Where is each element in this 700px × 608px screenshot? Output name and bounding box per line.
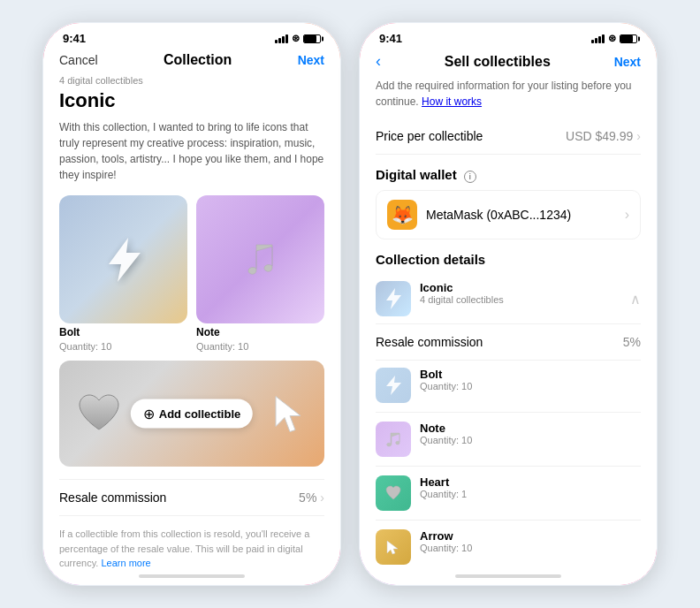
collectible-bolt: Bolt Quantity: 10 xyxy=(59,195,187,352)
nav-bar-left: Cancel Collection Next xyxy=(43,49,340,75)
arrow-thumb xyxy=(376,529,411,565)
back-button[interactable]: ‹ xyxy=(376,52,381,71)
metamask-icon: 🦊 xyxy=(387,200,417,230)
collection-detail-info: Iconic 4 digital collectibles xyxy=(420,281,621,305)
collection-thumb xyxy=(376,281,411,316)
price-chevron: › xyxy=(636,129,641,143)
content-right: Add the required information for your li… xyxy=(360,78,657,569)
chevron-right-icon: › xyxy=(320,490,324,505)
status-icons-right: ⊛ xyxy=(591,33,637,44)
add-collectible-label: Add collectible xyxy=(159,407,240,421)
home-indicator-left xyxy=(139,574,245,578)
add-collectible-area[interactable]: ⊕ Add collectible xyxy=(59,361,324,467)
next-button-right[interactable]: Next xyxy=(614,55,641,69)
bolt-thumb xyxy=(376,368,411,403)
note-image xyxy=(196,195,324,323)
wallet-row[interactable]: 🦊 MetaMask (0xABC...1234) › xyxy=(376,190,641,239)
resale-label-right: Resale commission xyxy=(376,335,483,349)
how-it-works-link[interactable]: How it works xyxy=(422,95,482,108)
left-phone: 9:41 ⊛ Cancel Collection xyxy=(42,21,342,587)
wallet-heading: Digital wallet i xyxy=(376,167,641,183)
note-item-name: Note xyxy=(420,422,641,435)
arrow-item-name: Arrow xyxy=(420,529,641,543)
cancel-button[interactable]: Cancel xyxy=(59,53,98,67)
collection-detail-name: Iconic xyxy=(420,281,621,294)
status-icons-left: ⊛ xyxy=(275,33,321,44)
collection-heading: Collection details xyxy=(376,252,641,267)
resale-label-left: Resale commission xyxy=(59,490,166,505)
note-thumb xyxy=(376,422,411,457)
bolt-qty: Quantity: 10 xyxy=(59,341,187,352)
nav-bar-right: ‹ Sell collectibles Next xyxy=(360,49,657,78)
sell-intro: Add the required information for your li… xyxy=(376,78,641,110)
next-button-left[interactable]: Next xyxy=(298,53,324,67)
right-phone: 9:41 ⊛ ‹ Sell collectible xyxy=(358,21,658,587)
wallet-info: 🦊 MetaMask (0xABC...1234) xyxy=(387,200,571,230)
plus-icon: ⊕ xyxy=(143,406,155,422)
note-item-qty: Quantity: 10 xyxy=(420,435,641,445)
signal-icon-right xyxy=(591,34,605,43)
price-value: USD $49.99 › xyxy=(566,129,641,143)
collection-chevron: ∧ xyxy=(630,291,641,308)
add-collectible-bg[interactable]: ⊕ Add collectible xyxy=(59,361,324,467)
heart-thumb xyxy=(376,475,411,511)
collection-subtitle: 4 digital collectibles xyxy=(59,75,324,86)
collection-detail-qty: 4 digital collectibles xyxy=(420,294,621,305)
nav-title-left: Collection xyxy=(164,52,232,68)
info-icon[interactable]: i xyxy=(464,171,476,183)
wifi-icon: ⊛ xyxy=(292,33,300,44)
collection-header[interactable]: Iconic 4 digital collectibles ∧ xyxy=(376,274,641,324)
bolt-image xyxy=(59,195,187,323)
bolt-item-qty: Quantity: 10 xyxy=(420,381,641,391)
arrow-item-qty: Quantity: 10 xyxy=(420,543,641,553)
wallet-name: MetaMask (0xABC...1234) xyxy=(426,208,571,222)
time-right: 9:41 xyxy=(379,32,402,45)
item-arrow: Arrow Quantity: 10 xyxy=(376,522,641,569)
price-row[interactable]: Price per collectible USD $49.99 › xyxy=(376,118,641,155)
collectible-note: Note Quantity: 10 xyxy=(196,195,324,352)
wallet-chevron: › xyxy=(625,207,629,223)
signal-icon xyxy=(275,34,288,43)
collection-description: With this collection, I wanted to bring … xyxy=(59,119,324,183)
battery-icon xyxy=(303,34,321,43)
add-collectible-button[interactable]: ⊕ Add collectible xyxy=(131,399,253,429)
footnote: If a collectible from this collection is… xyxy=(59,527,324,569)
nav-title-right: Sell collectibles xyxy=(445,54,551,70)
heart-info: Heart Quantity: 1 xyxy=(420,475,641,499)
resale-value-left: 5% › xyxy=(299,490,324,505)
item-heart: Heart Quantity: 1 xyxy=(376,468,641,518)
note-qty: Quantity: 10 xyxy=(196,341,324,352)
heart-item-name: Heart xyxy=(420,475,641,489)
bolt-info: Bolt Quantity: 10 xyxy=(420,368,641,391)
wifi-icon-right: ⊛ xyxy=(608,33,616,44)
learn-more-link[interactable]: Learn more xyxy=(101,558,150,568)
status-bar-right: 9:41 ⊛ xyxy=(360,23,657,49)
resale-row-left[interactable]: Resale commission 5% › xyxy=(59,479,324,516)
bolt-item-name: Bolt xyxy=(420,368,641,381)
price-label: Price per collectible xyxy=(376,129,483,143)
content-left: 4 digital collectibles Iconic With this … xyxy=(43,75,340,569)
bolt-label: Bolt xyxy=(59,326,187,338)
heart-item-qty: Quantity: 1 xyxy=(420,489,641,499)
note-info: Note Quantity: 10 xyxy=(420,422,641,445)
resale-row-right: Resale commission 5% xyxy=(376,324,641,361)
battery-icon-right xyxy=(620,34,637,43)
time-left: 9:41 xyxy=(63,32,86,45)
note-label: Note xyxy=(196,326,324,338)
item-bolt: Bolt Quantity: 10 xyxy=(376,361,641,410)
home-indicator-right xyxy=(455,574,561,578)
status-bar-left: 9:41 ⊛ xyxy=(43,23,340,49)
resale-pct-right: 5% xyxy=(623,335,641,349)
arrow-info: Arrow Quantity: 10 xyxy=(420,529,641,553)
collectibles-grid: Bolt Quantity: 10 Note Quantity: 10 xyxy=(59,195,324,467)
item-note: Note Quantity: 10 xyxy=(376,414,641,464)
collection-title: Iconic xyxy=(59,89,324,112)
